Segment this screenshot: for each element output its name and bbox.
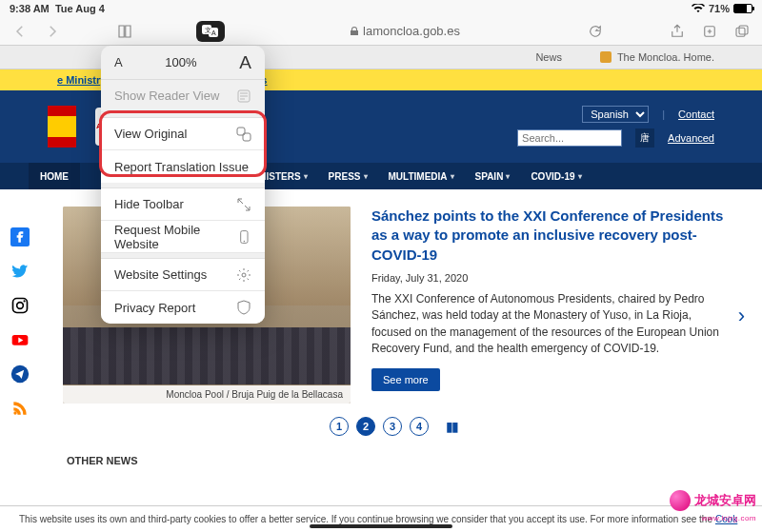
gear-icon bbox=[236, 267, 251, 283]
view-original[interactable]: View Original bbox=[101, 118, 265, 150]
article-body: The XXI Conference of Autonomous Preside… bbox=[371, 291, 724, 358]
phone-icon bbox=[237, 229, 251, 245]
twitter-icon[interactable] bbox=[10, 262, 30, 281]
website-settings[interactable]: Website Settings bbox=[101, 259, 265, 291]
wifi-icon bbox=[692, 4, 705, 13]
svg-rect-6 bbox=[739, 26, 748, 34]
carousel-next[interactable]: › bbox=[738, 304, 745, 328]
report-translation-issue[interactable]: Report Translation Issue bbox=[101, 150, 265, 183]
rss-icon[interactable] bbox=[10, 399, 30, 418]
telegram-icon[interactable] bbox=[10, 365, 30, 384]
nav-spain[interactable]: SPAIN▾ bbox=[475, 171, 511, 182]
url-host: lamoncloa.gob.es bbox=[363, 24, 460, 38]
lock-icon bbox=[350, 27, 359, 36]
show-reader-view: Show Reader View bbox=[101, 80, 265, 112]
nav-multimedia[interactable]: MULTIMEDIA▾ bbox=[389, 171, 454, 182]
status-date: Tue Aug 4 bbox=[55, 3, 105, 14]
article-headline[interactable]: Sánchez points to the XXI Conference of … bbox=[371, 207, 724, 265]
battery-icon bbox=[733, 4, 752, 13]
back-button[interactable] bbox=[10, 21, 30, 42]
forward-button[interactable] bbox=[42, 21, 63, 42]
translate-icon bbox=[236, 127, 251, 142]
expand-icon bbox=[236, 197, 251, 212]
page-3[interactable]: 3 bbox=[383, 417, 402, 436]
aa-menu: A 100% A Show Reader View View Original … bbox=[101, 46, 265, 324]
photo-caption: Moncloa Pool / Bruja Puig de la Bellacas… bbox=[63, 385, 351, 404]
zoom-level: 100% bbox=[165, 55, 196, 69]
other-news-heading: OTHER NEWS bbox=[67, 455, 724, 466]
tab-news[interactable]: News bbox=[535, 51, 562, 63]
language-select[interactable]: Spanish bbox=[582, 106, 649, 123]
chevron-down-icon: ▾ bbox=[451, 172, 454, 181]
favicon-icon bbox=[600, 51, 612, 63]
watermark: 龙城安卓网 www.lcjrg.com bbox=[670, 490, 756, 511]
watermark-icon bbox=[670, 490, 691, 511]
page-4[interactable]: 4 bbox=[410, 417, 429, 436]
zoom-row: A 100% A bbox=[101, 46, 265, 80]
page-1[interactable]: 1 bbox=[330, 417, 349, 436]
social-sidebar bbox=[0, 189, 40, 532]
battery-pct: 71% bbox=[709, 3, 730, 14]
advanced-search-link[interactable]: Advanced bbox=[668, 132, 714, 144]
svg-point-18 bbox=[242, 273, 246, 277]
svg-point-17 bbox=[244, 240, 245, 241]
shield-icon bbox=[236, 300, 251, 315]
safari-toolbar: 文A lamoncloa.gob.es bbox=[0, 17, 762, 46]
search-button[interactable]: 唐 bbox=[635, 128, 654, 148]
svg-text:文: 文 bbox=[205, 27, 211, 33]
tab-home[interactable]: The Moncloa. Home. bbox=[600, 51, 714, 63]
page-2[interactable]: 2 bbox=[356, 417, 375, 436]
privacy-report[interactable]: Privacy Report bbox=[101, 291, 265, 324]
nav-home[interactable]: HOME bbox=[29, 163, 80, 189]
svg-rect-5 bbox=[736, 28, 745, 36]
contact-link[interactable]: Contact bbox=[678, 108, 714, 120]
zoom-out[interactable]: A bbox=[114, 55, 123, 69]
nav-press[interactable]: PRESS▾ bbox=[329, 171, 368, 182]
url-bar[interactable]: lamoncloa.gob.es bbox=[236, 24, 573, 38]
instagram-icon[interactable] bbox=[10, 296, 30, 315]
chevron-down-icon: ▾ bbox=[304, 172, 308, 181]
request-mobile-website[interactable]: Request Mobile Website bbox=[101, 221, 265, 253]
reload-button[interactable] bbox=[585, 21, 606, 42]
zoom-in[interactable]: A bbox=[239, 52, 251, 73]
chevron-down-icon: ▾ bbox=[506, 172, 510, 181]
chevron-down-icon: ▾ bbox=[578, 172, 582, 181]
youtube-icon[interactable] bbox=[10, 330, 30, 349]
svg-point-9 bbox=[17, 303, 24, 309]
chevron-down-icon: ▾ bbox=[364, 172, 368, 181]
svg-point-10 bbox=[24, 300, 26, 302]
see-more-button[interactable]: See more bbox=[371, 368, 440, 391]
new-tab-button[interactable] bbox=[699, 21, 720, 42]
bookmarks-button[interactable] bbox=[114, 21, 135, 42]
spain-flag bbox=[48, 106, 76, 148]
home-indicator bbox=[310, 524, 452, 528]
hide-toolbar[interactable]: Hide Toolbar bbox=[101, 188, 265, 221]
facebook-icon[interactable] bbox=[10, 227, 30, 246]
status-time: 9:38 AM bbox=[10, 3, 50, 14]
ios-status-bar: 9:38 AM Tue Aug 4 71% bbox=[0, 0, 762, 17]
reader-icon bbox=[236, 89, 251, 104]
carousel-pager: 1 2 3 4 ▮▮ bbox=[63, 417, 724, 436]
article-date: Friday, July 31, 2020 bbox=[371, 272, 724, 284]
translate-button[interactable]: 文A bbox=[196, 21, 225, 42]
tabs-button[interactable] bbox=[732, 21, 752, 42]
nav-covid[interactable]: COVID-19▾ bbox=[531, 171, 581, 182]
share-button[interactable] bbox=[667, 21, 688, 42]
search-input[interactable] bbox=[517, 129, 622, 147]
carousel-pause[interactable]: ▮▮ bbox=[446, 419, 457, 434]
svg-text:A: A bbox=[211, 30, 216, 36]
